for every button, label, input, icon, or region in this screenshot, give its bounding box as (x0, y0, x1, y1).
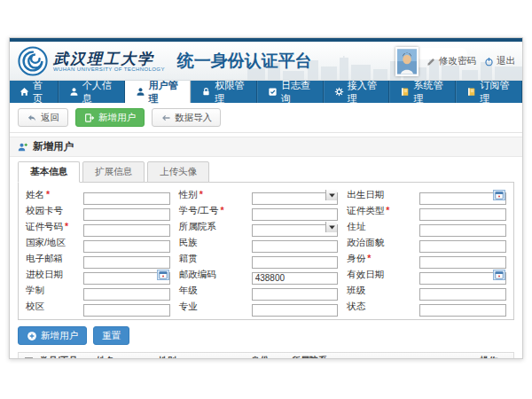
postal-code-input[interactable] (252, 272, 339, 285)
field-country-region (83, 237, 170, 249)
field-label-campus-card-no: 校园卡号 (26, 205, 74, 217)
section-title: 新增用户 (33, 140, 74, 153)
nav-item-system-management[interactable]: 系统管理 (389, 81, 456, 103)
caret-down-icon[interactable] (325, 222, 337, 232)
book-icon (400, 87, 410, 97)
column-header-0: 学号/工号 (38, 355, 95, 359)
caret-down-icon[interactable] (325, 190, 337, 200)
add-user-icon (84, 113, 95, 123)
reset-button[interactable]: 重置 (93, 326, 129, 345)
country-region-input[interactable] (83, 240, 170, 253)
user-icon (136, 87, 145, 97)
address-input[interactable] (419, 224, 506, 237)
brand-text: 武汉理工大学 WUHAN UNIVERSITY OF TECHNOLOGY (53, 51, 165, 72)
political-status-input[interactable] (419, 240, 506, 253)
user-avatar[interactable] (395, 47, 419, 76)
logout-link[interactable]: 退出 (484, 55, 515, 67)
form-tabs: 基本信息扩展信息上传头像 (10, 157, 522, 183)
page: 武汉理工大学 WUHAN UNIVERSITY OF TECHNOLOGY 统一… (0, 0, 532, 399)
nav-item-personal-info[interactable]: 个人信息 (59, 81, 125, 103)
tab-upload-avatar[interactable]: 上传头像 (147, 161, 209, 183)
identity-input[interactable] (419, 256, 506, 269)
student-employee-id-input[interactable] (252, 208, 339, 221)
column-header-1: 姓名 (95, 355, 157, 359)
field-label-id-type: 证件类型* (347, 205, 411, 217)
field-label-department: 所属院系 (179, 221, 243, 233)
ethnicity-input[interactable] (252, 240, 339, 253)
field-grade (252, 285, 339, 297)
email-input[interactable] (83, 256, 170, 269)
major-input[interactable] (252, 304, 339, 317)
column-header-4: 所属院系 (290, 355, 478, 359)
required-asterisk: * (367, 253, 371, 263)
tab-extended-info[interactable]: 扩展信息 (82, 161, 145, 183)
nav-item-access-management[interactable]: 接入管理 (324, 81, 390, 103)
field-label-study-length: 学制 (26, 285, 74, 297)
form-actions: 新增用户 重置 (10, 320, 522, 351)
calendar-icon[interactable] (493, 190, 505, 200)
pencil-icon (426, 57, 436, 66)
field-native-place (252, 253, 339, 265)
add-user-submit-button[interactable]: 新增用户 (18, 326, 87, 345)
select-all-cell (19, 357, 38, 360)
nav-label: 首页 (33, 79, 48, 106)
field-birth-date (419, 189, 506, 201)
header-right: 修改密码 退出 (395, 42, 515, 81)
field-email (83, 253, 170, 265)
field-identity (419, 253, 506, 265)
field-valid-date (419, 269, 506, 281)
field-address (419, 221, 506, 233)
nav-label: 日志查询 (281, 79, 313, 106)
nav-item-subscription-management[interactable]: 订阅管理 (456, 81, 522, 103)
logout-label: 退出 (497, 55, 515, 67)
required-asterisk: * (221, 205, 224, 215)
field-label-class: 班级 (347, 285, 411, 297)
field-postal-code (252, 269, 339, 281)
nav-label: 权限管理 (215, 79, 246, 106)
calendar-icon[interactable] (493, 270, 505, 280)
field-label-native-place: 籍贯 (179, 253, 243, 265)
tab-basic-info[interactable]: 基本信息 (18, 161, 80, 183)
nav-item-user-management[interactable]: 用户管理 (125, 81, 192, 103)
section-header: 新增用户 (10, 137, 522, 157)
platform-title: 统一身份认证平台 (177, 50, 312, 73)
university-logo (18, 46, 48, 76)
nav-item-permission-management[interactable]: 权限管理 (191, 81, 257, 103)
campus-card-no-input[interactable] (83, 208, 170, 221)
app-window: 武汉理工大学 WUHAN UNIVERSITY OF TECHNOLOGY 统一… (9, 37, 523, 359)
nav-item-log-query[interactable]: 日志查询 (257, 81, 324, 103)
back-button[interactable]: 返回 (18, 108, 68, 127)
nav-label: 用户管理 (149, 79, 181, 106)
field-campus-card-no (83, 205, 170, 217)
field-department (252, 221, 339, 233)
header: 武汉理工大学 WUHAN UNIVERSITY OF TECHNOLOGY 统一… (10, 42, 522, 81)
add-user-toolbar-button[interactable]: 新增用户 (75, 108, 145, 127)
main-nav: 首页 个人信息 用户管理 权限管理 日志查询 接入管理 系统管理 订阅管理 (10, 81, 522, 103)
field-label-name: 姓名* (26, 189, 74, 201)
nav-label: 系统管理 (413, 79, 445, 106)
field-label-campus: 校区 (26, 301, 74, 313)
select-all-checkbox[interactable] (25, 357, 33, 360)
field-label-ethnicity: 民族 (179, 237, 243, 249)
gear-icon (334, 87, 344, 97)
native-place-input[interactable] (252, 256, 339, 269)
field-enrollment-date (83, 269, 170, 281)
field-status (419, 301, 506, 313)
change-password-link[interactable]: 修改密码 (426, 55, 476, 67)
study-length-input[interactable] (83, 288, 170, 301)
data-import-button[interactable]: 数据导入 (152, 108, 221, 127)
status-input[interactable] (419, 304, 506, 317)
campus-input[interactable] (83, 304, 170, 317)
grade-input[interactable] (252, 288, 339, 301)
nav-item-home[interactable]: 首页 (10, 81, 59, 103)
results-table-header: 学号/工号姓名性别身份所属院系操作 (18, 352, 514, 359)
name-input[interactable] (83, 192, 170, 205)
calendar-icon[interactable] (157, 270, 169, 280)
lock-icon (201, 87, 211, 97)
field-label-id-number: 证件号码* (26, 221, 74, 233)
back-arrow-icon (27, 113, 37, 123)
id-number-input[interactable] (83, 224, 170, 237)
id-type-input[interactable] (419, 208, 506, 221)
field-ethnicity (252, 237, 339, 249)
class-input[interactable] (419, 288, 506, 301)
